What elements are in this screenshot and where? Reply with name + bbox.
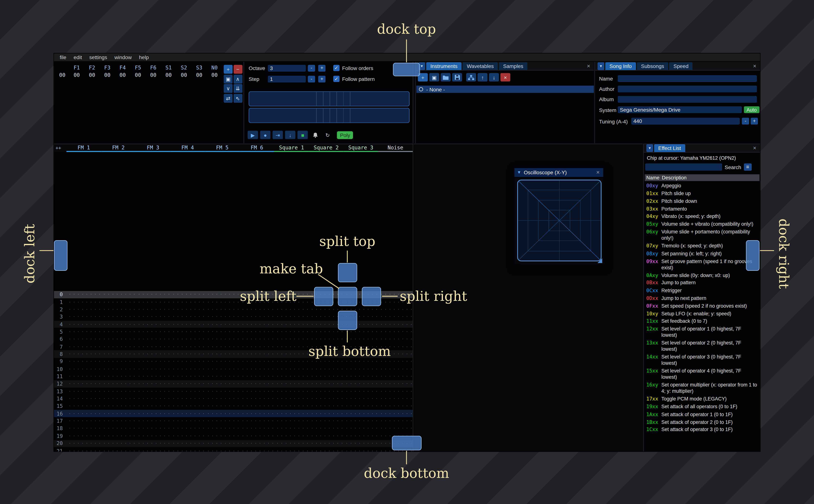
orders-pattern-cell[interactable]: 00 (191, 72, 207, 78)
pattern-cell[interactable]: ················ (343, 367, 378, 371)
pattern-cell[interactable]: ················ (170, 404, 205, 408)
pattern-cell[interactable]: ················ (101, 434, 136, 438)
pattern-cell[interactable]: ················ (378, 426, 413, 431)
pattern-cell[interactable]: ················ (136, 314, 170, 319)
pattern-cell[interactable]: ················ (378, 419, 413, 423)
system-auto-button[interactable]: Auto (744, 106, 759, 113)
pattern-cell[interactable]: ················ (101, 411, 136, 416)
pattern-cell[interactable]: ················ (378, 374, 413, 379)
pattern-cell[interactable]: ················ (66, 411, 101, 416)
pattern-row-16[interactable]: 16······································… (54, 410, 413, 417)
oscilloscope-close-button[interactable]: × (595, 169, 601, 176)
make-tab-target[interactable] (338, 287, 357, 306)
pattern-cell[interactable]: ················ (240, 381, 274, 386)
pattern-cell[interactable]: ················ (136, 411, 170, 416)
effect-row[interactable]: 17xxToggle PCM mode (LEGACY) (645, 395, 759, 403)
duplicate-instrument-button[interactable]: ▣ (429, 73, 439, 81)
pattern-cell[interactable]: ················ (101, 300, 136, 304)
pattern-cell[interactable]: ················ (274, 411, 309, 416)
effect-row[interactable]: 10xySetup LFO (x: enable; y: speed) (645, 310, 759, 318)
pattern-cell[interactable]: ················ (101, 441, 136, 446)
pattern-cell[interactable]: ················ (66, 314, 101, 319)
pattern-cell[interactable]: ················ (66, 367, 101, 371)
effect-row[interactable]: 11xxSet feedback (0 to 7) (645, 318, 759, 325)
pattern-cell[interactable]: ················ (136, 300, 170, 304)
pattern-cell[interactable]: ················ (136, 359, 170, 364)
channel-header-square-1[interactable]: Square 1 (274, 144, 309, 152)
orders-pattern-cell[interactable]: 00 (115, 72, 130, 78)
pattern-cell[interactable]: ················ (66, 329, 101, 334)
pattern-cell[interactable]: ················ (136, 292, 170, 297)
menu-item-settings[interactable]: settings (85, 55, 111, 60)
effect-row[interactable]: 06xyVolume slide + portamento (compatibi… (645, 228, 759, 242)
pattern-cell[interactable]: ················ (66, 381, 101, 386)
pattern-cell[interactable]: ················ (136, 426, 170, 431)
move-instrument-up-button[interactable]: ↑ (478, 73, 488, 81)
pattern-cell[interactable]: ················ (378, 329, 413, 334)
pattern-cell[interactable]: ················ (274, 352, 309, 356)
oscilloscope-titlebar[interactable]: ▼ Oscilloscope (X-Y) × (515, 168, 603, 177)
pattern-cell[interactable]: ················ (101, 367, 136, 371)
pattern-cell[interactable]: ················ (378, 411, 413, 416)
pattern-cell[interactable]: ················ (240, 337, 274, 342)
effect-row[interactable]: 0AxyVolume slide (0y: down; x0: up) (645, 272, 759, 279)
edit-toggle-button[interactable]: ■ (297, 131, 308, 139)
pattern-cell[interactable]: ················ (170, 307, 205, 312)
pattern-cell[interactable]: ················ (136, 352, 170, 356)
song-author-field[interactable] (618, 86, 757, 92)
pattern-cell[interactable]: ················ (240, 404, 274, 408)
pattern-cell[interactable]: ················ (309, 396, 343, 401)
channel-header-fm-1[interactable]: FM 1 (66, 144, 101, 152)
effect-row[interactable]: 05xyVolume slide + vibrato (compatibilit… (645, 221, 759, 228)
pattern-cell[interactable]: ················ (136, 344, 170, 349)
split-bottom-target[interactable] (338, 311, 357, 330)
pattern-cell[interactable]: ················ (274, 314, 309, 319)
orders-pattern-cell[interactable]: 00 (84, 72, 100, 78)
pattern-cell[interactable]: ················ (309, 359, 343, 364)
pattern-cell[interactable]: ················ (136, 374, 170, 379)
poly-toggle-button[interactable]: Poly (337, 131, 353, 139)
metronome-button[interactable] (310, 131, 320, 139)
channel-header-square-3[interactable]: Square 3 (343, 144, 378, 152)
pattern-cell[interactable]: ················ (274, 367, 309, 371)
follow-pattern-checkbox[interactable]: ✓ (333, 76, 339, 82)
tab-samples[interactable]: Samples (499, 62, 528, 70)
pattern-cell[interactable]: ················ (309, 441, 343, 446)
tab-wavetables[interactable]: Wavetables (463, 62, 498, 70)
change-all-orders-button[interactable]: ⇄ (224, 94, 233, 102)
pattern-cell[interactable]: ················ (309, 367, 343, 371)
remove-order-button[interactable]: − (233, 65, 242, 74)
orders-pattern-cell[interactable]: 00 (69, 72, 84, 78)
pattern-cell[interactable]: ················ (170, 411, 205, 416)
pattern-cell[interactable]: ················ (343, 426, 378, 431)
effect-row[interactable]: 0CxxRetrigger (645, 287, 759, 295)
pattern-cell[interactable]: ················ (170, 359, 205, 364)
effect-row[interactable]: 16xySet operator multiplier (x: operator… (645, 381, 759, 395)
dock-top-target[interactable] (393, 63, 420, 76)
pattern-cell[interactable]: ················ (205, 322, 240, 327)
pattern-cell[interactable]: ················ (240, 367, 274, 371)
pattern-cell[interactable]: ················ (66, 434, 101, 438)
pattern-row-3[interactable]: 3·······································… (54, 313, 413, 321)
tab-list-arrow-icon[interactable]: ▾ (598, 62, 605, 70)
deep-clone-order-button[interactable]: ⇊ (233, 84, 242, 93)
tab-song-info[interactable]: Song Info (605, 62, 636, 70)
pattern-cell[interactable]: ················ (343, 337, 378, 342)
pattern-cell[interactable]: ················ (240, 441, 274, 446)
pattern-cell[interactable]: ················ (205, 300, 240, 304)
octave-input[interactable]: 3 (268, 65, 306, 72)
pattern-cell[interactable]: ················ (66, 374, 101, 379)
song-album-field[interactable] (618, 96, 757, 103)
step-one-row-button[interactable]: ↓ (285, 131, 295, 139)
pattern-cell[interactable]: ················ (170, 419, 205, 423)
repeat-pattern-button[interactable]: ↻ (322, 131, 333, 139)
pattern-cell[interactable]: ················ (240, 434, 274, 438)
channel-header-fm-2[interactable]: FM 2 (101, 144, 136, 152)
pattern-cell[interactable]: ················ (240, 322, 274, 327)
pattern-cell[interactable]: ················ (66, 359, 101, 364)
effect-row[interactable]: 08xySet panning (x: left; y: right) (645, 250, 759, 258)
pattern-cell[interactable]: ················ (274, 374, 309, 379)
tab-effect-list[interactable]: Effect List (654, 144, 685, 152)
pattern-cell[interactable]: ················ (170, 322, 205, 327)
collapse-arrow-icon[interactable]: ▼ (517, 170, 521, 175)
